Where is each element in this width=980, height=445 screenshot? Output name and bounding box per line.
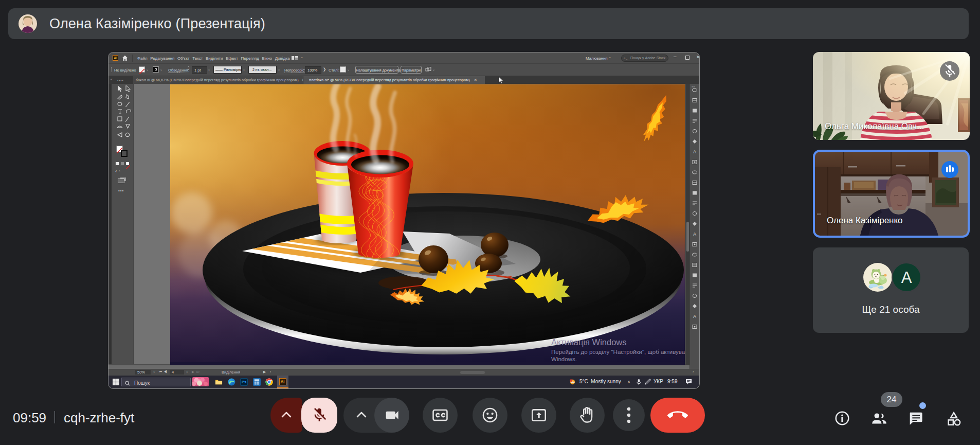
svg-text:A: A bbox=[693, 232, 696, 237]
svg-text:Перейдіть до розділу "Настройк: Перейдіть до розділу "Настройки", щоб ак… bbox=[551, 349, 685, 355]
svg-text:A: A bbox=[693, 149, 696, 154]
svg-text:A: A bbox=[901, 269, 912, 287]
svg-text:Активація Windows: Активація Windows bbox=[551, 337, 627, 347]
svg-text:A: A bbox=[693, 314, 696, 319]
svg-text:Windows.: Windows. bbox=[551, 356, 577, 362]
